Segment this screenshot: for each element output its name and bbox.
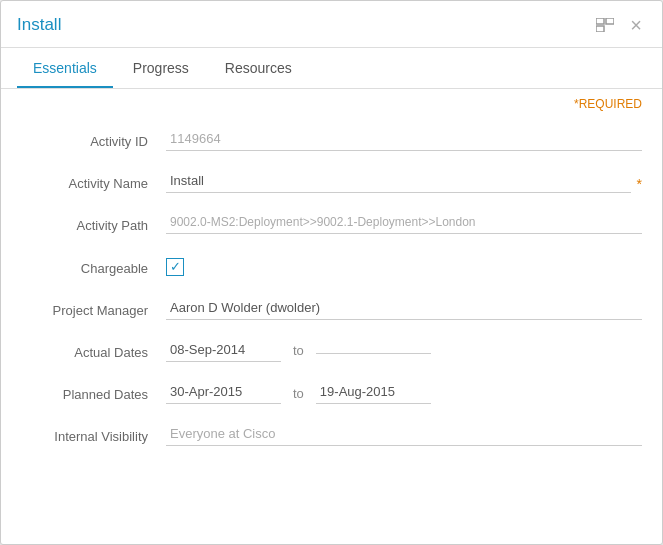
tab-essentials[interactable]: Essentials [17, 48, 113, 88]
activity-name-field-wrapper: Install * [166, 171, 642, 193]
activity-path-row: Activity Path 9002.0-MS2:Deployment>>900… [21, 203, 642, 245]
activity-id-field-wrapper: 1149664 [166, 129, 642, 151]
planned-dates-from[interactable]: 30-Apr-2015 [166, 382, 281, 404]
tab-progress[interactable]: Progress [117, 48, 205, 88]
form-body: Activity ID 1149664 Activity Name Instal… [1, 115, 662, 544]
expand-button[interactable] [592, 16, 618, 34]
chargeable-row: Chargeable ✓ [21, 246, 642, 288]
internal-visibility-row: Internal Visibility Everyone at Cisco [21, 414, 642, 456]
close-button[interactable]: × [626, 13, 646, 37]
svg-rect-1 [606, 18, 614, 24]
internal-visibility-label: Internal Visibility [21, 424, 166, 446]
activity-path-label: Activity Path [21, 213, 166, 235]
project-manager-label: Project Manager [21, 298, 166, 320]
planned-dates-to[interactable]: 19-Aug-2015 [316, 382, 431, 404]
activity-name-required: * [637, 172, 642, 192]
project-manager-value[interactable]: Aaron D Wolder (dwolder) [166, 298, 642, 320]
expand-icon [596, 18, 614, 32]
activity-name-label: Activity Name [21, 171, 166, 193]
close-icon: × [630, 15, 642, 35]
chargeable-checkbox[interactable]: ✓ [166, 258, 184, 276]
project-manager-row: Project Manager Aaron D Wolder (dwolder) [21, 288, 642, 330]
activity-path-field-wrapper: 9002.0-MS2:Deployment>>9002.1-Deployment… [166, 213, 642, 234]
planned-dates-row: Planned Dates 30-Apr-2015 to 19-Aug-2015 [21, 372, 642, 414]
planned-dates-fields: 30-Apr-2015 to 19-Aug-2015 [166, 382, 642, 404]
actual-dates-row: Actual Dates 08-Sep-2014 to [21, 330, 642, 372]
activity-id-value: 1149664 [166, 129, 642, 151]
chargeable-checkbox-wrapper: ✓ [166, 256, 184, 276]
activity-path-value: 9002.0-MS2:Deployment>>9002.1-Deployment… [166, 213, 642, 234]
checkmark-icon: ✓ [170, 260, 181, 273]
actual-dates-label: Actual Dates [21, 340, 166, 362]
internal-visibility-field-wrapper: Everyone at Cisco [166, 424, 642, 446]
project-manager-field-wrapper: Aaron D Wolder (dwolder) [166, 298, 642, 320]
tabs-container: Essentials Progress Resources [1, 48, 662, 89]
activity-id-label: Activity ID [21, 129, 166, 151]
planned-dates-label: Planned Dates [21, 382, 166, 404]
tab-resources[interactable]: Resources [209, 48, 308, 88]
actual-dates-from[interactable]: 08-Sep-2014 [166, 340, 281, 362]
modal-header: Install × [1, 1, 662, 48]
activity-id-row: Activity ID 1149664 [21, 119, 642, 161]
actual-dates-to[interactable] [316, 347, 431, 354]
header-actions: × [592, 13, 646, 37]
activity-name-row: Activity Name Install * [21, 161, 642, 203]
modal-title: Install [17, 15, 61, 35]
svg-rect-0 [596, 18, 604, 24]
actual-dates-fields: 08-Sep-2014 to [166, 340, 642, 362]
modal-container: Install × Essentials Progress Resources … [0, 0, 663, 545]
actual-dates-to-label: to [289, 343, 308, 358]
activity-name-value[interactable]: Install [166, 171, 631, 193]
chargeable-label: Chargeable [21, 256, 166, 278]
planned-dates-to-label: to [289, 386, 308, 401]
required-label: *REQUIRED [1, 89, 662, 115]
svg-rect-2 [596, 26, 604, 32]
internal-visibility-value[interactable]: Everyone at Cisco [166, 424, 642, 446]
chargeable-field-wrapper: ✓ [166, 256, 642, 276]
